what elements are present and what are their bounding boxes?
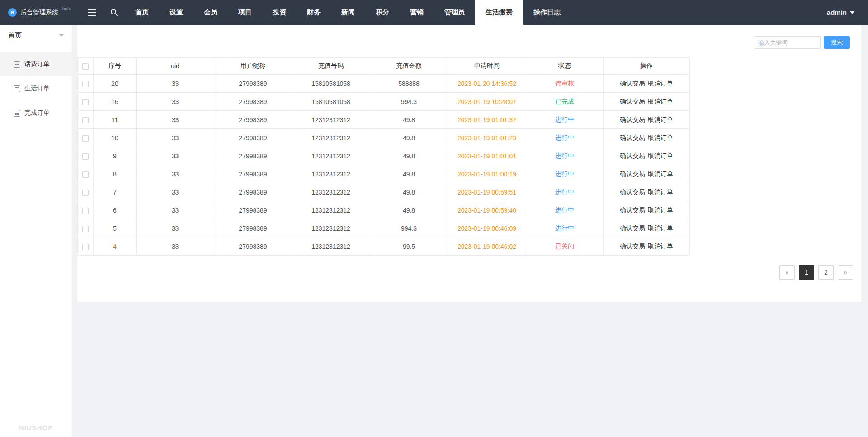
nav-item-admins[interactable]: 管理员: [434, 0, 475, 25]
row-checkbox[interactable]: [82, 153, 89, 160]
cancel-order-link[interactable]: 取消订单: [648, 134, 673, 141]
nav-item-members[interactable]: 会员: [193, 0, 228, 25]
nav-item-points[interactable]: 积分: [365, 0, 400, 25]
confirm-trade-link[interactable]: 确认交易: [620, 80, 645, 87]
menu-toggle-icon[interactable]: [81, 0, 103, 25]
confirm-trade-link[interactable]: 确认交易: [620, 242, 645, 250]
cell-nickname: 27998389: [214, 129, 292, 147]
cell-actions: 确认交易取消订单: [604, 93, 690, 111]
row-checkbox[interactable]: [82, 117, 89, 124]
row-checkbox[interactable]: [82, 208, 89, 214]
cancel-order-link[interactable]: 取消订单: [648, 152, 673, 159]
pagination: «12»: [77, 256, 861, 280]
cell-nickname: 27998389: [214, 147, 292, 165]
sidebar-item-phone-orders[interactable]: 话费订单: [0, 52, 72, 76]
row-checkbox[interactable]: [82, 171, 89, 178]
cancel-order-link[interactable]: 取消订单: [648, 206, 673, 214]
row-checkbox[interactable]: [82, 226, 89, 232]
search-button[interactable]: 搜索: [824, 36, 850, 49]
cancel-order-link[interactable]: 取消订单: [648, 116, 673, 123]
brand-title: 后台管理系统: [20, 9, 58, 17]
confirm-trade-link[interactable]: 确认交易: [620, 152, 645, 159]
cell-seq: 5: [94, 219, 137, 238]
status-badge: 已完成: [526, 93, 604, 111]
cell-nickname: 27998389: [214, 165, 292, 183]
cancel-order-link[interactable]: 取消订单: [648, 170, 673, 177]
cell-seq: 11: [94, 111, 137, 129]
cell-recharge-number: 12312312312: [292, 183, 370, 201]
row-checkbox[interactable]: [82, 135, 89, 142]
page-prev-button[interactable]: «: [779, 265, 795, 280]
sidebar-header-label: 首页: [8, 31, 22, 40]
select-all-cell: [78, 58, 94, 75]
sidebar-item-life-orders[interactable]: 生活订单: [0, 76, 72, 101]
cell-actions: 确认交易取消订单: [604, 129, 690, 147]
cell-recharge-number: 12312312312: [292, 201, 370, 219]
row-checkbox[interactable]: [82, 99, 89, 105]
cell-seq: 20: [94, 75, 137, 93]
column-header: uid: [137, 58, 214, 75]
cell-apply-time: 2023-01-19 10:28:07: [448, 93, 526, 111]
user-menu[interactable]: admin: [813, 0, 868, 25]
cancel-order-link[interactable]: 取消订单: [648, 188, 673, 195]
cell-amount: 49.8: [370, 165, 448, 183]
filler-cell: [690, 183, 861, 201]
cancel-order-link[interactable]: 取消订单: [648, 242, 673, 250]
nav-item-life-payment[interactable]: 生活缴费: [475, 0, 523, 25]
cell-actions: 确认交易取消订单: [604, 111, 690, 129]
main-menu: 首页设置会员项目投资财务新闻积分营销管理员生活缴费操作日志: [125, 0, 571, 25]
nav-item-projects[interactable]: 项目: [228, 0, 262, 25]
column-header: 充值金额: [370, 58, 448, 75]
cancel-order-link[interactable]: 取消订单: [648, 98, 673, 105]
table-row: 4 33 27998389 12312312312 99.5 2023-01-1…: [78, 238, 861, 256]
cancel-order-link[interactable]: 取消订单: [648, 224, 673, 232]
cell-uid: 33: [137, 183, 214, 201]
cell-amount: 49.8: [370, 147, 448, 165]
nav-item-marketing[interactable]: 营销: [400, 0, 434, 25]
table-header-row: 序号uid用户昵称充值号码充值金额申请时间状态操作: [78, 58, 861, 75]
checkbox-cell: [78, 93, 94, 111]
cell-uid: 33: [137, 201, 214, 219]
row-checkbox[interactable]: [82, 244, 89, 250]
row-checkbox[interactable]: [82, 190, 89, 196]
confirm-trade-link[interactable]: 确认交易: [620, 224, 645, 232]
nav-item-settings[interactable]: 设置: [159, 0, 193, 25]
cell-seq: 10: [94, 129, 137, 147]
page-number-button[interactable]: 2: [818, 265, 834, 280]
cell-uid: 33: [137, 129, 214, 147]
cell-amount: 49.8: [370, 111, 448, 129]
status-badge: 进行中: [526, 219, 604, 238]
cancel-order-link[interactable]: 取消订单: [648, 80, 673, 87]
sidebar-header[interactable]: 首页: [0, 25, 72, 46]
confirm-trade-link[interactable]: 确认交易: [620, 170, 645, 177]
nav-item-invest[interactable]: 投资: [262, 0, 297, 25]
navbar-search-icon[interactable]: [103, 0, 125, 25]
nav-item-home[interactable]: 首页: [125, 0, 159, 25]
content-area: 搜索 序号uid用户昵称充值号码充值金额申请时间状态操作 20 33 27998…: [72, 25, 868, 437]
filler-cell: [690, 93, 861, 111]
sidebar: 首页 话费订单生活订单完成订单 NIUSHOP: [0, 25, 72, 437]
cell-amount: 994.3: [370, 219, 448, 238]
cell-nickname: 27998389: [214, 238, 292, 256]
page-next-button[interactable]: »: [838, 265, 853, 280]
nav-item-finance[interactable]: 财务: [297, 0, 331, 25]
confirm-trade-link[interactable]: 确认交易: [620, 206, 645, 214]
search-input[interactable]: [754, 36, 821, 49]
table-row: 16 33 27998389 15810581058 994.3 2023-01…: [78, 93, 861, 111]
user-name: admin: [827, 9, 847, 16]
sidebar-item-completed-orders[interactable]: 完成订单: [0, 101, 72, 125]
nav-item-operation-log[interactable]: 操作日志: [523, 0, 571, 25]
row-checkbox[interactable]: [82, 81, 89, 87]
confirm-trade-link[interactable]: 确认交易: [620, 98, 645, 105]
page-number-button[interactable]: 1: [799, 265, 814, 280]
cell-apply-time: 2023-01-19 01:00:19: [448, 165, 526, 183]
nav-item-news[interactable]: 新闻: [331, 0, 365, 25]
confirm-trade-link[interactable]: 确认交易: [620, 134, 645, 141]
checkbox-cell: [78, 129, 94, 147]
status-badge: 待审核: [526, 75, 604, 93]
select-all-checkbox[interactable]: [82, 63, 89, 70]
column-header: 用户昵称: [214, 58, 292, 75]
confirm-trade-link[interactable]: 确认交易: [620, 116, 645, 123]
confirm-trade-link[interactable]: 确认交易: [620, 188, 645, 195]
table-row: 10 33 27998389 12312312312 49.8 2023-01-…: [78, 129, 861, 147]
